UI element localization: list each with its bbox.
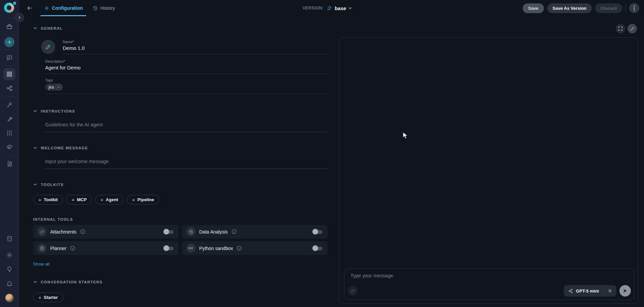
clean-chat-button[interactable] [627, 24, 637, 33]
tab-configuration[interactable]: Configuration [39, 0, 88, 16]
send-button[interactable] [619, 285, 631, 297]
plus-icon: + [38, 197, 41, 202]
chevron-down-icon [33, 182, 37, 187]
model-settings-button[interactable] [604, 285, 616, 297]
sidebar-item-projects[interactable] [3, 21, 16, 33]
chat-icon [6, 54, 13, 61]
save-as-version-button[interactable]: Save As Version [547, 3, 592, 13]
app-logo[interactable] [4, 3, 15, 13]
name-label: Name* [63, 40, 328, 44]
data-analysis-icon [186, 227, 195, 236]
user-avatar[interactable] [5, 294, 14, 302]
add-toolkit-button[interactable]: + Toolkit [33, 195, 63, 205]
add-starter-button[interactable]: + Starter [33, 293, 63, 302]
python-icon: PY [186, 244, 195, 253]
divider [4, 66, 15, 66]
info-icon[interactable] [70, 246, 75, 251]
section-title: GENERAL [41, 26, 63, 30]
section-title: WELCOME MESSAGE [41, 146, 88, 150]
sidebar-item-pipelines[interactable] [3, 82, 16, 94]
more-options-button[interactable] [629, 3, 639, 13]
tool-label: Attachments [50, 229, 76, 235]
send-icon [622, 288, 628, 294]
sidebar-item-notifications[interactable] [3, 277, 16, 289]
section-instructions-header[interactable]: INSTRUCTIONS [33, 109, 328, 113]
chevron-down-icon [33, 109, 37, 113]
tags-label: Tags [45, 78, 328, 82]
clean-chat-icon [630, 26, 635, 31]
info-icon[interactable] [237, 246, 242, 251]
config-tabs: Configuration History [39, 0, 120, 16]
tab-history[interactable]: History [88, 0, 120, 16]
divider [4, 155, 15, 156]
version-value[interactable]: base [335, 5, 352, 11]
paperclip-icon [350, 288, 356, 294]
sidebar-item-settings[interactable] [3, 249, 16, 261]
attach-file-button[interactable] [348, 286, 358, 296]
agents-grid-icon [6, 71, 12, 77]
section-title: CONVERSATION STARTERS [41, 280, 102, 284]
sidebar-item-toolkits[interactable] [3, 113, 16, 125]
chat-message-input[interactable] [350, 273, 629, 279]
kebab-menu-icon [634, 5, 635, 11]
fullscreen-button[interactable] [616, 24, 625, 33]
pencil-icon [45, 44, 51, 50]
instructions-input[interactable] [45, 122, 328, 132]
sidebar-item-tags[interactable] [3, 141, 16, 153]
planner-clipboard-icon [37, 244, 47, 253]
sidebar-item-credentials[interactable] [3, 99, 16, 111]
sidebar-item-artifacts[interactable] [3, 158, 16, 170]
add-agent-button[interactable]: + Agent [95, 195, 124, 205]
tag-chip[interactable]: jira ✕ [45, 84, 63, 91]
header: Configuration History VERSION: base Save… [19, 0, 644, 16]
add-mcp-button[interactable]: + MCP [66, 195, 92, 205]
tool-label: Python sandbox [199, 246, 233, 251]
section-general-header[interactable]: GENERAL [33, 26, 328, 30]
remove-tag-icon[interactable]: ✕ [56, 84, 61, 90]
planner-toggle[interactable] [163, 245, 174, 251]
info-icon[interactable] [232, 229, 237, 234]
name-input[interactable] [63, 45, 328, 54]
chevron-down-icon [348, 6, 352, 10]
section-starters-header[interactable]: CONVERSATION STARTERS [33, 280, 328, 284]
plus-icon: + [132, 197, 135, 202]
discard-button[interactable]: Discard [595, 3, 622, 13]
chat-panel: GPT-5 mini [339, 37, 638, 304]
sidebar-expand-button[interactable] [15, 13, 24, 22]
welcome-message-input[interactable] [45, 159, 328, 169]
agent-avatar-button[interactable] [41, 40, 55, 54]
status-dot [13, 2, 16, 5]
sidebar-create-button[interactable] [4, 37, 14, 47]
sidebar-item-apps[interactable] [3, 127, 16, 139]
document-icon [6, 161, 13, 167]
add-pipeline-button[interactable]: + Pipeline [127, 195, 160, 205]
sidebar-item-docs[interactable] [3, 233, 16, 245]
tool-card-python-sandbox: PY Python sandbox [182, 241, 328, 255]
sidebar-item-help[interactable] [3, 263, 16, 275]
model-selector[interactable]: GPT-5 mini [564, 285, 603, 297]
fullscreen-icon [618, 26, 623, 31]
attachments-toggle[interactable] [163, 229, 174, 235]
description-input[interactable] [45, 65, 328, 74]
sidebar-item-agents[interactable] [3, 68, 16, 80]
python-sandbox-toggle[interactable] [312, 245, 323, 251]
divider [4, 96, 15, 97]
sidebar-item-chats[interactable] [3, 52, 16, 64]
internal-tools-title: INTERNAL TOOLS [33, 217, 328, 221]
data-analysis-toggle[interactable] [312, 229, 323, 235]
save-button[interactable]: Save [523, 3, 544, 13]
info-icon[interactable] [80, 229, 85, 234]
internal-tools-grid: Attachments Data Analysis [33, 225, 328, 255]
show-all-link[interactable]: Show all [33, 262, 328, 267]
back-button[interactable] [25, 3, 34, 13]
pin-icon [326, 5, 332, 11]
section-toolkits-header[interactable]: TOOLKITS [33, 182, 328, 187]
journal-pin-icon [6, 236, 13, 242]
chevron-down-icon [33, 26, 37, 30]
chevron-down-icon [33, 146, 37, 150]
tool-card-attachments: Attachments [33, 225, 179, 239]
section-welcome-header[interactable]: WELCOME MESSAGE [33, 146, 328, 150]
tool-label: Planner [50, 246, 66, 251]
divider [4, 18, 15, 19]
pipelines-icon [6, 85, 13, 92]
